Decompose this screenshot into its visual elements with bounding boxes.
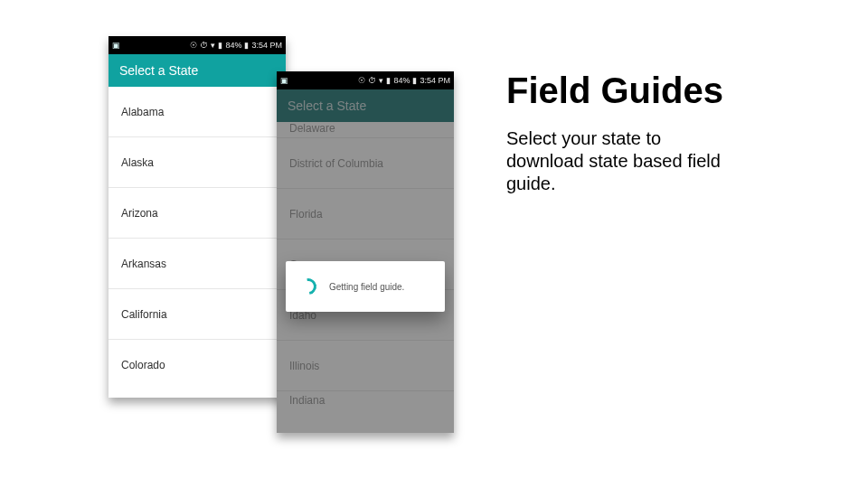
list-item[interactable]: Alabama	[108, 87, 286, 137]
wifi-icon: ▾	[379, 77, 383, 85]
state-list[interactable]: Alabama Alaska Arizona Arkansas Californ…	[108, 87, 286, 398]
app-bar: Select a State	[108, 54, 286, 87]
slide-copy: Field Guides Select your state to downlo…	[506, 70, 814, 195]
signal-icon: ▮	[386, 77, 391, 85]
phone-screenshot-2: ▣ ☉ ⏱ ▾ ▮ 84% ▮ 3:54 PM Select a State D…	[277, 71, 454, 433]
list-item: Illinois	[277, 341, 454, 391]
list-item[interactable]: Colorado	[108, 340, 286, 390]
list-item: Florida	[277, 189, 454, 239]
list-item-label: District of Columbia	[289, 157, 383, 170]
loading-dialog-text: Getting field guide.	[329, 282, 404, 292]
spinner-icon	[297, 275, 319, 297]
list-item-label: Arkansas	[121, 258, 166, 270]
status-bar: ▣ ☉ ⏱ ▾ ▮ 84% ▮ 3:54 PM	[277, 71, 454, 89]
alarm-icon: ⏱	[200, 42, 208, 50]
status-right: ☉ ⏱ ▾ ▮ 84% ▮ 3:54 PM	[358, 76, 450, 85]
list-item[interactable]: Arkansas	[108, 239, 286, 289]
alarm-icon: ⏱	[368, 77, 376, 85]
battery-icon: ▮	[244, 42, 249, 50]
list-item[interactable]: California	[108, 289, 286, 340]
list-item[interactable]: Arizona	[108, 188, 286, 239]
status-bar: ▣ ☉ ⏱ ▾ ▮ 84% ▮ 3:54 PM	[108, 36, 286, 54]
vibrate-icon: ☉	[190, 42, 197, 50]
slide-body: Select your state to download state base…	[506, 127, 723, 195]
signal-icon: ▮	[218, 42, 222, 50]
app-bar: Select a State	[277, 89, 454, 122]
list-item-label: Delaware	[289, 122, 335, 135]
list-item: Delaware	[277, 122, 454, 138]
clock-time: 3:54 PM	[251, 41, 282, 50]
wifi-icon: ▾	[211, 42, 215, 50]
list-item-label: Alaska	[121, 156, 154, 169]
list-item[interactable]: Alaska	[108, 137, 286, 188]
slide-title: Field Guides	[506, 70, 814, 111]
list-item: District of Columbia	[277, 138, 454, 189]
slide-stage: ▣ ☉ ⏱ ▾ ▮ 84% ▮ 3:54 PM Select a State A…	[0, 0, 868, 488]
list-item-label: Florida	[289, 208, 323, 221]
status-right: ☉ ⏱ ▾ ▮ 84% ▮ 3:54 PM	[190, 41, 282, 50]
app-notification-icon: ▣	[280, 77, 288, 85]
app-bar-title: Select a State	[119, 63, 198, 78]
app-bar-title: Select a State	[288, 99, 366, 113]
battery-pct: 84%	[393, 76, 410, 85]
battery-pct: 84%	[225, 41, 241, 50]
battery-icon: ▮	[412, 77, 417, 85]
loading-dialog: Getting field guide.	[286, 261, 445, 312]
list-item-label: California	[121, 308, 167, 321]
list-item-label: Indiana	[289, 394, 325, 407]
status-left: ▣	[280, 77, 288, 85]
list-item-label: Colorado	[121, 359, 165, 371]
vibrate-icon: ☉	[358, 77, 365, 85]
list-item: Indiana	[277, 391, 454, 409]
phone-screenshot-1: ▣ ☉ ⏱ ▾ ▮ 84% ▮ 3:54 PM Select a State A…	[108, 36, 286, 398]
list-item-label: Arizona	[121, 207, 158, 220]
list-item-label: Illinois	[289, 360, 319, 372]
clock-time: 3:54 PM	[420, 76, 450, 85]
app-notification-icon: ▣	[112, 42, 120, 50]
status-left: ▣	[112, 42, 120, 50]
list-item-label: Alabama	[121, 106, 164, 118]
